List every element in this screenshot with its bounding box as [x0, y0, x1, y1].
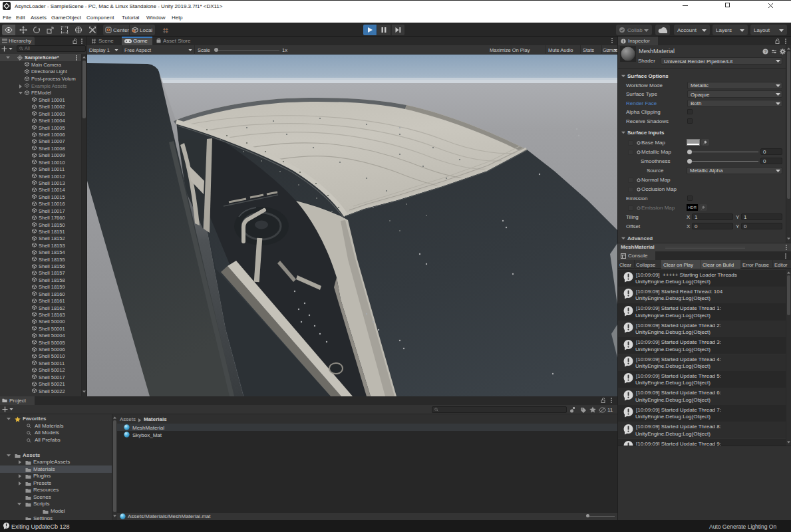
svg-text:?: ?: [764, 49, 767, 54]
